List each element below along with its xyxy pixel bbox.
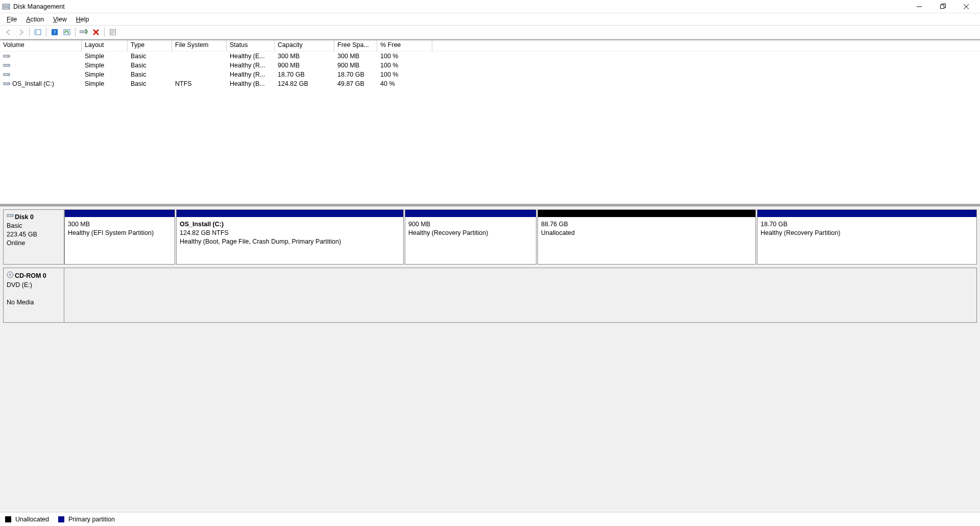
svg-rect-6 <box>35 30 37 35</box>
delete-button[interactable] <box>90 27 102 38</box>
svg-point-24 <box>12 216 12 216</box>
volume-status: Healthy (R... <box>227 71 275 78</box>
volume-row[interactable]: OS_Install (C:) Simple Basic NTFS Health… <box>0 79 980 88</box>
volume-layout: Simple <box>82 71 128 78</box>
volume-fs: NTFS <box>172 80 227 87</box>
menu-view[interactable]: View <box>48 15 71 24</box>
partition-status: Unallocated <box>541 229 752 237</box>
partition-colorbar <box>177 210 403 217</box>
help-button[interactable]: ? <box>49 27 60 38</box>
volume-type: Basic <box>128 80 172 87</box>
svg-point-26 <box>10 274 11 276</box>
empty-media-area[interactable] <box>64 268 977 323</box>
toolbar-separator <box>75 28 76 37</box>
partition-size: 124.82 GB NTFS <box>180 229 400 237</box>
volume-row[interactable]: Simple Basic Healthy (R... 900 MB 900 MB… <box>0 61 980 70</box>
partition-colorbar <box>538 210 755 217</box>
col-volume[interactable]: Volume <box>0 40 82 51</box>
volume-status: Healthy (E... <box>227 53 275 60</box>
partition[interactable]: 18.70 GB Healthy (Recovery Partition) <box>757 209 977 265</box>
volume-row[interactable]: Simple Basic Healthy (E... 300 MB 300 MB… <box>0 52 980 61</box>
svg-rect-4 <box>940 5 944 9</box>
menu-help[interactable]: Help <box>71 15 94 24</box>
disk-name: Disk 0 <box>15 213 34 221</box>
volume-capacity: 300 MB <box>275 53 334 60</box>
partition[interactable]: OS_Install (C:) 124.82 GB NTFS Healthy (… <box>176 209 404 265</box>
svg-point-16 <box>8 56 9 56</box>
maximize-button[interactable] <box>931 0 954 13</box>
partition-status: Healthy (Recovery Partition) <box>408 229 533 237</box>
minimize-button[interactable] <box>908 0 931 13</box>
volume-list-pane[interactable]: Volume Layout Type File System Status Ca… <box>0 39 980 204</box>
disk-header[interactable]: CD-ROM 0 DVD (E:) No Media <box>3 268 64 323</box>
volume-free: 300 MB <box>334 53 377 60</box>
menu-action[interactable]: Action <box>21 15 48 24</box>
partition-size: 18.70 GB <box>761 220 973 229</box>
svg-rect-13 <box>111 32 115 33</box>
disk-state: No Media <box>7 299 34 306</box>
disk-row: CD-ROM 0 DVD (E:) No Media <box>3 268 977 323</box>
partitions: 300 MB Healthy (EFI System Partition) OS… <box>64 209 977 265</box>
legend-swatch-unallocated <box>5 516 11 522</box>
col-filesystem[interactable]: File System <box>172 40 227 51</box>
graphical-view-pane[interactable]: Disk 0 Basic 223.45 GB Online 300 MB Hea… <box>0 206 980 511</box>
volume-free: 900 MB <box>334 62 377 69</box>
volume-layout: Simple <box>82 53 128 60</box>
show-hide-console-tree-button[interactable] <box>32 27 43 38</box>
svg-point-20 <box>8 74 9 75</box>
volume-list-header: Volume Layout Type File System Status Ca… <box>0 40 980 52</box>
toolbar-separator <box>46 28 46 37</box>
volume-pctfree: 40 % <box>377 80 432 87</box>
volume-row[interactable]: Simple Basic Healthy (R... 18.70 GB 18.7… <box>0 70 980 79</box>
partition-status: Healthy (EFI System Partition) <box>68 229 172 237</box>
optical-drive-icon <box>7 271 14 281</box>
title-bar: Disk Management <box>0 0 980 13</box>
volume-free: 49.87 GB <box>334 80 377 87</box>
disk-header[interactable]: Disk 0 Basic 223.45 GB Online <box>3 209 64 265</box>
volume-status: Healthy (B... <box>227 80 275 87</box>
disk-state: Online <box>7 240 25 247</box>
partition-status: Healthy (Recovery Partition) <box>761 229 973 237</box>
volume-icon <box>3 82 10 87</box>
col-filler <box>432 40 980 51</box>
partition-unallocated[interactable]: 88.76 GB Unallocated <box>537 209 756 265</box>
disk-row: Disk 0 Basic 223.45 GB Online 300 MB Hea… <box>3 209 977 265</box>
close-button[interactable] <box>954 0 978 13</box>
col-capacity[interactable]: Capacity <box>275 40 334 51</box>
partition[interactable]: 900 MB Healthy (Recovery Partition) <box>405 209 536 265</box>
toolbar-separator <box>29 28 30 37</box>
partition-size: 300 MB <box>68 220 172 229</box>
disk-management-icon <box>2 3 10 11</box>
disk-name: CD-ROM 0 <box>15 272 46 279</box>
partition-name: OS_Install (C:) <box>180 220 400 229</box>
properties-button[interactable] <box>107 27 118 38</box>
col-type[interactable]: Type <box>128 40 172 51</box>
col-layout[interactable]: Layout <box>82 40 128 51</box>
svg-point-18 <box>8 65 9 65</box>
partition[interactable]: 300 MB Healthy (EFI System Partition) <box>64 209 175 265</box>
refresh-button[interactable] <box>61 27 72 38</box>
disk-icon <box>7 213 14 222</box>
rescan-disks-button[interactable] <box>78 27 89 38</box>
menu-bar: File Action View Help <box>0 13 980 25</box>
toolbar-separator <box>104 28 105 37</box>
disk-type: Basic <box>7 222 22 229</box>
volume-layout: Simple <box>82 62 128 69</box>
partition-size: 88.76 GB <box>541 220 752 229</box>
col-freespace[interactable]: Free Spa... <box>334 40 377 51</box>
svg-rect-10 <box>80 31 86 33</box>
forward-button[interactable] <box>15 27 27 38</box>
back-button[interactable] <box>3 27 14 38</box>
menu-file[interactable]: File <box>2 15 21 24</box>
svg-point-2 <box>8 5 9 6</box>
volume-pctfree: 100 % <box>377 71 432 78</box>
volume-status: Healthy (R... <box>227 62 275 69</box>
col-pctfree[interactable]: % Free <box>377 40 432 51</box>
volume-capacity: 18.70 GB <box>275 71 334 78</box>
partition-status: Healthy (Boot, Page File, Crash Dump, Pr… <box>180 237 400 246</box>
volume-icon <box>3 73 10 78</box>
legend-swatch-primary <box>58 516 64 522</box>
disk-mount: DVD (E:) <box>7 281 32 289</box>
legend-bar: Unallocated Primary partition <box>0 512 980 526</box>
col-status[interactable]: Status <box>227 40 275 51</box>
